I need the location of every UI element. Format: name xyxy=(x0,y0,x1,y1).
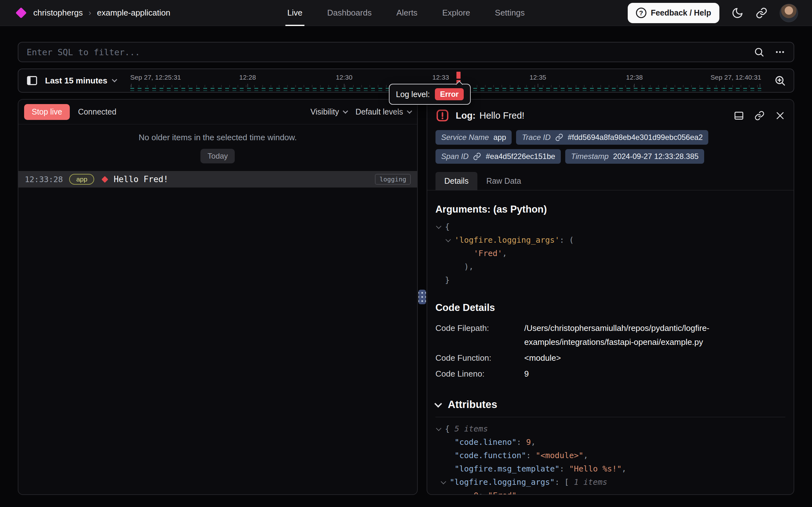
app-root: christophergs › example-application Live… xyxy=(0,0,812,495)
search-button[interactable] xyxy=(754,47,764,57)
detail-content: Arguments: (as Python) { 'logfire.loggin… xyxy=(427,190,794,494)
detail-tabs: Details Raw Data xyxy=(427,172,794,190)
badge-value: #fdd5694a8fa98eb4e301d99ebc056ea2 xyxy=(568,133,703,142)
code-token: { xyxy=(445,222,450,231)
user-avatar[interactable] xyxy=(779,4,798,22)
close-detail-button[interactable] xyxy=(775,110,785,121)
code-token: , xyxy=(517,491,521,494)
close-icon xyxy=(775,110,785,121)
badge-value: 2024-09-27 12:33:28.385 xyxy=(613,152,699,161)
sidebar-toggle-icon xyxy=(26,74,38,87)
code-token xyxy=(436,464,454,473)
code-token: , xyxy=(531,438,536,447)
question-icon: ? xyxy=(636,8,646,18)
span-id-badge[interactable]: Span ID #ea4d5f226ec151be xyxy=(436,149,561,164)
detail-title-prefix: Log: xyxy=(456,110,476,121)
nav-tab-live[interactable]: Live xyxy=(288,0,303,26)
kv-value: <module> xyxy=(524,351,746,365)
stop-live-button[interactable]: Stop live xyxy=(24,104,70,120)
chevron-down-icon xyxy=(342,108,348,114)
service-name-badge: Service Name app xyxy=(436,130,512,145)
code-token: { xyxy=(445,424,454,433)
code-token: 9 xyxy=(526,438,531,447)
trace-id-badge[interactable]: Trace ID #fdd5694a8fa98eb4e301d99ebc056e… xyxy=(516,130,708,145)
sql-filter-bar xyxy=(18,42,794,62)
visibility-label: Visibility xyxy=(311,107,339,116)
tick-label: 12:30 xyxy=(336,74,353,81)
code-token xyxy=(436,477,440,487)
log-scope-tag: logging xyxy=(375,174,411,185)
code-details-grid: Code Filepath: /Users/christophersamiull… xyxy=(436,321,785,381)
timeline-bar: Last 15 minutes Sep 27, 12:25:31 12:28 1… xyxy=(18,68,794,93)
code-token xyxy=(436,235,445,245)
logfire-logo[interactable] xyxy=(15,7,27,18)
collapse-chevron-icon[interactable] xyxy=(436,222,445,231)
detail-title-text: Hello Fred! xyxy=(480,110,524,121)
marker-bar xyxy=(456,72,460,79)
code-line: 0: "Fred", xyxy=(436,489,785,494)
code-line: { 5 items xyxy=(436,422,785,436)
log-message: Hello Fred! xyxy=(114,174,168,184)
kv-value: 9 xyxy=(524,367,746,381)
dock-panel-button[interactable] xyxy=(734,110,744,121)
chevron-down-icon xyxy=(407,108,412,114)
copy-link-button[interactable] xyxy=(754,110,765,121)
timeline-ticks[interactable]: Sep 27, 12:25:31 12:28 12:30 12:33 12:35… xyxy=(130,69,761,92)
more-options-button[interactable] xyxy=(774,47,785,57)
code-token: : xyxy=(517,438,526,447)
arguments-code-block[interactable]: { 'logfire.logging_args': ( 'Fred', ), } xyxy=(436,220,785,287)
kv-label: Code Lineno: xyxy=(436,367,524,381)
panel-resize-handle[interactable] xyxy=(418,290,426,304)
theme-toggle-button[interactable] xyxy=(732,7,744,19)
arguments-heading: Arguments: (as Python) xyxy=(436,204,785,215)
code-token: "logfire.msg_template" xyxy=(454,464,560,473)
sql-bar-actions xyxy=(754,47,785,57)
timestamp-badge: Timestamp 2024-09-27 12:33:28.385 xyxy=(565,149,704,164)
tab-raw-data[interactable]: Raw Data xyxy=(477,172,530,190)
service-badge: app xyxy=(69,174,94,185)
collapse-chevron-icon[interactable] xyxy=(436,424,445,433)
badge-label: Service Name xyxy=(441,133,489,142)
log-row[interactable]: 12:33:28 app Hello Fred! logging xyxy=(18,171,417,187)
visibility-dropdown[interactable]: Visibility xyxy=(311,107,347,116)
code-line: 'Fred', xyxy=(436,247,785,260)
code-line: } xyxy=(436,274,785,287)
nav-tab-alerts[interactable]: Alerts xyxy=(396,0,418,26)
kv-label: Code Filepath: xyxy=(436,321,524,349)
code-line: ), xyxy=(436,260,785,274)
live-panel-header: Stop live Connected Visibility Default l… xyxy=(18,100,417,124)
main-content: Last 15 minutes Sep 27, 12:25:31 12:28 1… xyxy=(0,26,812,495)
breadcrumb-project[interactable]: example-application xyxy=(97,8,170,18)
tick-label: Sep 27, 12:40:31 xyxy=(710,74,761,81)
nav-tab-settings[interactable]: Settings xyxy=(495,0,524,26)
tick-label: 12:28 xyxy=(239,74,256,81)
live-logs-panel: Stop live Connected Visibility Default l… xyxy=(18,99,418,495)
collapse-chevron-icon[interactable] xyxy=(445,235,454,245)
breadcrumb-org[interactable]: christophergs xyxy=(33,8,83,18)
sql-filter-input[interactable] xyxy=(27,47,754,57)
collapse-chevron-icon[interactable] xyxy=(434,400,442,407)
code-token xyxy=(436,275,445,285)
zoom-in-button[interactable] xyxy=(774,74,786,87)
kv-label: Code Function: xyxy=(436,351,524,365)
sidebar-toggle-button[interactable] xyxy=(26,74,38,87)
default-levels-dropdown[interactable]: Default levels xyxy=(356,107,412,116)
tab-details[interactable]: Details xyxy=(436,172,477,190)
today-button[interactable]: Today xyxy=(200,149,235,163)
link-icon xyxy=(754,110,765,121)
detail-title: Log: Hello Fred! xyxy=(456,110,524,121)
tick-label: 12:35 xyxy=(529,74,546,81)
code-token: "logfire.logging_args" xyxy=(450,477,555,487)
code-line: 'logfire.logging_args': ( xyxy=(436,233,785,247)
nav-tab-explore[interactable]: Explore xyxy=(442,0,470,26)
feedback-help-button[interactable]: ? Feedback / Help xyxy=(628,3,720,23)
collapse-chevron-icon[interactable] xyxy=(440,477,450,487)
share-link-button[interactable] xyxy=(756,7,767,19)
nav-tab-dashboards[interactable]: Dashboards xyxy=(327,0,371,26)
time-range-select[interactable]: Last 15 minutes xyxy=(45,76,116,86)
tick-mark xyxy=(247,84,248,87)
live-panel-body: No older items in the selected time wind… xyxy=(18,124,417,187)
attributes-json-tree[interactable]: { 5 items "code.lineno": 9, "code.functi… xyxy=(436,422,785,494)
tick-mark xyxy=(634,84,635,87)
today-wrap: Today xyxy=(18,149,417,163)
